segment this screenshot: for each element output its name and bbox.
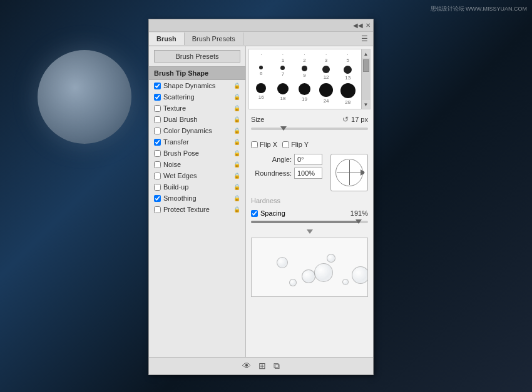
brush-cell[interactable]: 18 <box>274 82 293 105</box>
spacing-label: Spacing <box>260 209 285 217</box>
angle-roundness-fields: Angle: Roundness: <box>251 154 325 191</box>
brush-cell[interactable]: 9 <box>295 64 314 81</box>
brush-cell[interactable]: 13 <box>338 64 357 81</box>
brush-panel: ◀◀ ✕ Brush Brush Presets ☰ Brush Presets… <box>148 19 374 375</box>
brush-cell[interactable]: 16 <box>252 82 271 105</box>
flip-y-label: Flip Y <box>291 141 309 148</box>
brush-presets-button[interactable]: Brush Presets <box>154 50 240 63</box>
tab-brush[interactable]: Brush <box>149 33 185 45</box>
option-dual-brush[interactable]: Dual Brush 🔒 <box>149 114 245 125</box>
checkbox-texture[interactable] <box>154 105 161 112</box>
flip-y-checkbox[interactable] <box>282 141 289 148</box>
scroll-up-arrow[interactable]: ▲ <box>362 49 370 58</box>
lock-noise: 🔒 <box>233 161 240 168</box>
preview-bubble <box>289 279 297 286</box>
checkbox-build-up[interactable] <box>154 184 161 191</box>
titlebar-icons: ◀◀ ✕ <box>353 22 371 29</box>
checkbox-dual-brush[interactable] <box>154 116 161 123</box>
checkbox-protect-texture[interactable] <box>154 206 161 213</box>
option-texture[interactable]: Texture 🔒 <box>149 103 245 114</box>
preview-bubble <box>314 263 333 282</box>
option-color-dynamics[interactable]: Color Dynamics 🔒 <box>149 125 245 136</box>
grid-icon[interactable]: ⊞ <box>258 361 266 371</box>
option-build-up[interactable]: Build-up 🔒 <box>149 181 245 193</box>
moon-decoration <box>38 50 131 144</box>
flip-row: Flip X Flip Y <box>248 139 371 150</box>
size-slider-thumb <box>280 126 287 131</box>
size-slider-track <box>251 128 368 130</box>
label-noise: Noise <box>163 161 181 168</box>
brush-cell[interactable]: 12 <box>317 64 336 81</box>
panel-menu-icon[interactable]: ☰ <box>356 32 373 46</box>
checkbox-color-dynamics[interactable] <box>154 128 161 134</box>
brush-cell[interactable]: 6 <box>252 64 271 81</box>
brush-tip-shape-button[interactable]: Brush Tip Shape <box>149 66 245 80</box>
brush-cell[interactable]: · 5 <box>338 52 357 63</box>
spacing-checkbox[interactable] <box>251 210 258 217</box>
option-shape-dynamics[interactable]: Shape Dynamics 🔒 <box>149 80 245 91</box>
size-label: Size <box>251 116 264 123</box>
spacing-fill <box>251 221 359 223</box>
angle-widget[interactable] <box>330 154 368 191</box>
size-controls: ↺ 17 px <box>342 115 368 124</box>
lock-brush-pose: 🔒 <box>233 150 240 156</box>
option-noise[interactable]: Noise 🔒 <box>149 159 245 170</box>
hardness-label: Hardness <box>251 197 280 204</box>
right-panel: · · 1 · 2 · 3 <box>246 46 373 357</box>
brush-cell[interactable]: · 1 <box>274 52 293 63</box>
checkbox-shape-dynamics[interactable] <box>154 83 161 89</box>
label-transfer: Transfer <box>163 138 189 146</box>
lock-build-up: 🔒 <box>233 184 240 190</box>
size-slider-container[interactable] <box>251 128 368 134</box>
reset-size-icon[interactable]: ↺ <box>342 115 349 124</box>
collapse-icon[interactable]: ◀◀ <box>353 22 363 29</box>
spacing-slider-track <box>251 221 368 223</box>
flip-x-checkbox[interactable] <box>251 141 258 148</box>
brush-grid-scrollbar: ▲ ▼ <box>361 49 370 109</box>
option-brush-pose[interactable]: Brush Pose 🔒 <box>149 148 245 159</box>
preview-bubble <box>342 279 349 285</box>
option-protect-texture[interactable]: Protect Texture 🔒 <box>149 204 245 215</box>
scroll-track <box>362 58 370 100</box>
spacing-left: Spacing <box>251 209 285 217</box>
spacing-row: Spacing 191% <box>248 208 371 219</box>
lock-smoothing: 🔒 <box>233 195 240 201</box>
label-shape-dynamics: Shape Dynamics <box>163 82 215 89</box>
left-panel: Brush Presets Brush Tip Shape Shape Dyna… <box>149 46 246 357</box>
angle-input[interactable] <box>294 154 322 165</box>
lock-color-dynamics: 🔒 <box>233 128 240 134</box>
eye-icon[interactable]: 👁 <box>242 361 251 371</box>
spacing-slider-container[interactable] <box>251 221 368 227</box>
brush-cell[interactable]: · <box>252 52 271 63</box>
checkbox-transfer[interactable] <box>154 139 161 146</box>
brush-cell[interactable]: 24 <box>317 82 336 105</box>
scroll-down-arrow[interactable]: ▼ <box>362 100 370 109</box>
option-scattering[interactable]: Scattering 🔒 <box>149 91 245 103</box>
brush-cell[interactable]: 19 <box>295 82 314 105</box>
spacing-thumb-indicator <box>307 229 313 234</box>
spacing-slider-thumb <box>356 219 362 224</box>
brush-row-3: 16 18 19 24 <box>252 82 357 105</box>
checkbox-scattering[interactable] <box>154 94 161 101</box>
checkbox-noise[interactable] <box>154 161 161 168</box>
brush-cell[interactable]: · 3 <box>317 52 336 63</box>
flip-x-option: Flip X <box>251 141 277 148</box>
checkbox-brush-pose[interactable] <box>154 150 161 157</box>
checkbox-wet-edges[interactable] <box>154 173 161 179</box>
brush-cell[interactable]: · 2 <box>295 52 314 63</box>
tab-brush-presets[interactable]: Brush Presets <box>185 33 243 45</box>
bottom-toolbar: 👁 ⊞ ⧉ <box>149 357 373 374</box>
option-smoothing[interactable]: Smoothing 🔒 <box>149 193 245 204</box>
option-transfer[interactable]: Transfer 🔒 <box>149 136 245 148</box>
size-value: 17 px <box>351 116 368 123</box>
scroll-thumb[interactable] <box>363 59 369 72</box>
label-scattering: Scattering <box>163 93 195 101</box>
copy-icon[interactable]: ⧉ <box>274 361 280 371</box>
brush-cell[interactable]: 7 <box>274 64 293 81</box>
label-brush-pose: Brush Pose <box>163 149 199 157</box>
option-wet-edges[interactable]: Wet Edges 🔒 <box>149 170 245 181</box>
checkbox-smoothing[interactable] <box>154 195 161 202</box>
roundness-input[interactable] <box>294 168 322 179</box>
close-icon[interactable]: ✕ <box>366 22 371 29</box>
brush-cell[interactable]: 28 <box>338 82 357 105</box>
